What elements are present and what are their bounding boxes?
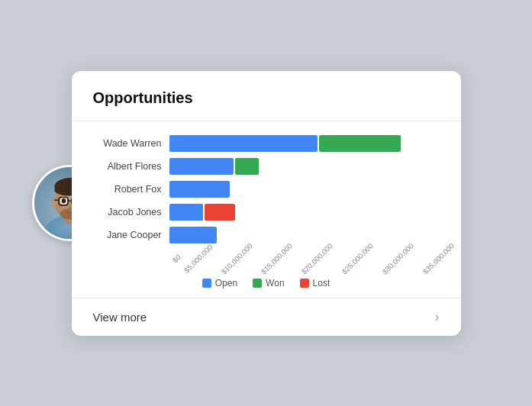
bars-container [169, 227, 440, 243]
bar-chart: Wade WarrenAlbert FloresRobert FoxJacob … [93, 135, 440, 250]
x-axis: $0$5,000,000$10,000,000$15,000,000$20,00… [169, 256, 440, 264]
row-label: Albert Flores [93, 161, 169, 172]
bars-container [169, 181, 440, 198]
chart-row: Jacob Jones [93, 204, 440, 221]
view-more-button[interactable]: View more › [93, 298, 440, 336]
row-label: Wade Warren [93, 138, 169, 149]
bar-open [169, 158, 234, 175]
chevron-right-icon: › [435, 309, 440, 325]
row-label: Jacob Jones [93, 207, 169, 218]
chart-row: Wade Warren [93, 135, 440, 152]
bar-won [235, 158, 259, 175]
opportunities-card: Opportunities Wade WarrenAlbert FloresRo… [72, 71, 461, 336]
legend-item-lost: Lost [300, 278, 330, 288]
row-label: Jane Cooper [93, 230, 169, 240]
bar-open [169, 181, 231, 198]
bars-container [169, 135, 440, 152]
chart-row: Jane Cooper [93, 227, 440, 243]
legend-color-won [253, 279, 262, 288]
bars-container [169, 204, 440, 221]
bar-lost [205, 204, 235, 221]
legend-label-open: Open [215, 278, 237, 288]
bars-container [169, 158, 440, 175]
row-label: Robert Fox [93, 184, 169, 195]
bar-open [169, 135, 318, 152]
view-more-label: View more [93, 311, 147, 324]
chart-row: Robert Fox [93, 181, 440, 198]
bar-open [169, 227, 217, 243]
x-axis-label: $0 [170, 253, 182, 264]
legend-item-open: Open [202, 278, 237, 288]
legend-item-won: Won [253, 278, 284, 288]
top-divider [72, 121, 461, 121]
chart-legend: OpenWonLost [93, 278, 440, 288]
card-title: Opportunities [93, 89, 440, 107]
chart-row: Albert Flores [93, 158, 440, 175]
bar-won [319, 135, 400, 152]
bar-open [169, 204, 203, 221]
legend-label-lost: Lost [313, 278, 330, 288]
svg-point-10 [61, 198, 66, 204]
legend-color-open [202, 279, 211, 288]
legend-label-won: Won [266, 278, 284, 288]
legend-color-lost [300, 279, 309, 288]
